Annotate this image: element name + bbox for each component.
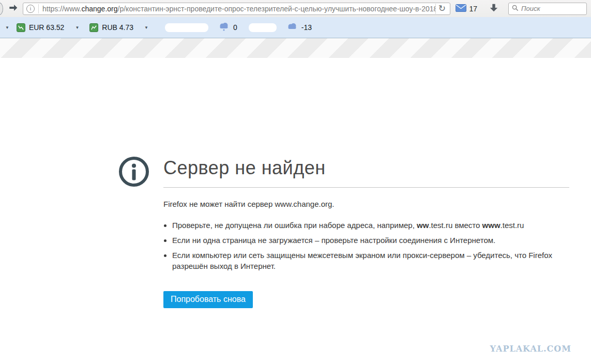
back-button[interactable] bbox=[0, 3, 3, 15]
rub-trend-up-icon bbox=[89, 23, 98, 32]
striped-banner bbox=[0, 38, 591, 58]
downloads-button[interactable] bbox=[487, 2, 501, 16]
search-input[interactable] bbox=[521, 5, 583, 12]
extension-toolbar: ▼ EUR 63.52 ▼ RUB 4.73 ▼ 0 bbox=[0, 17, 591, 38]
cloud-icon bbox=[286, 23, 298, 32]
suggestion-text-bold: ww bbox=[417, 221, 429, 230]
urlbar-divider bbox=[38, 4, 39, 13]
browser-nav-toolbar: i https://www.change.org/p/константин-эр… bbox=[0, 0, 591, 17]
currency-widget-rub[interactable]: RUB 4.73 ▼ bbox=[86, 23, 151, 32]
error-container: Сервер не найден Firefox не может найти … bbox=[163, 58, 569, 308]
weather-temp-value: 0 bbox=[233, 23, 237, 32]
try-again-button[interactable]: Попробовать снова bbox=[163, 291, 253, 308]
weather-widget-second[interactable]: -13 bbox=[249, 23, 312, 32]
eur-dropdown-caret-icon[interactable]: ▼ bbox=[75, 25, 79, 30]
url-domain: change.org bbox=[81, 5, 117, 13]
rain-cloud-icon bbox=[218, 22, 230, 33]
info-icon bbox=[118, 156, 149, 187]
eur-rate-label: EUR 63.52 bbox=[29, 23, 64, 32]
url-text: https://www.change.org/p/константин-эрнс… bbox=[42, 5, 435, 13]
forward-button[interactable] bbox=[6, 2, 20, 16]
suggestion-text-bold: www bbox=[482, 221, 501, 230]
suggestion-item: Если ни одна страница не загружается – п… bbox=[172, 235, 569, 246]
search-icon bbox=[512, 4, 519, 13]
error-page: Сервер не найден Firefox не может найти … bbox=[0, 58, 591, 364]
suggestion-item: Если компьютер или сеть защищены межсете… bbox=[172, 250, 569, 271]
error-suggestions-list: Проверьте, не допущена ли ошибка при наб… bbox=[163, 220, 569, 271]
url-path: /p/константин-эрнст-проведите-опрос-теле… bbox=[118, 5, 436, 13]
title-divider bbox=[163, 187, 569, 188]
rub-rate-label: RUB 4.73 bbox=[102, 23, 133, 32]
reload-icon: ↻ bbox=[438, 3, 446, 14]
reload-button[interactable]: ↻ bbox=[435, 4, 448, 14]
suggestion-item: Проверьте, не допущена ли ошибка при наб… bbox=[172, 220, 569, 231]
suggestion-text: Проверьте, не допущена ли ошибка при наб… bbox=[172, 221, 417, 230]
weather-widget-first[interactable]: 0 bbox=[165, 22, 237, 33]
search-box[interactable] bbox=[508, 3, 587, 15]
forward-arrow-icon bbox=[8, 3, 18, 15]
mail-unread-count: 17 bbox=[469, 5, 477, 13]
redacted-city-name bbox=[249, 23, 277, 32]
download-arrow-icon bbox=[489, 3, 498, 14]
suggestion-text: .test.ru bbox=[501, 221, 524, 230]
url-scheme: https://www. bbox=[42, 5, 81, 13]
currency-widget-eur[interactable]: EUR 63.52 ▼ bbox=[13, 23, 82, 32]
yaplakal-watermark: YAPLAKAL.COM bbox=[490, 344, 571, 354]
error-title: Сервер не найден bbox=[163, 157, 569, 179]
error-description: Firefox не может найти сервер www.change… bbox=[163, 200, 569, 208]
mail-extension-button[interactable]: 17 bbox=[453, 4, 479, 13]
url-bar[interactable]: i https://www.change.org/p/константин-эр… bbox=[23, 3, 450, 15]
mail-icon bbox=[456, 4, 466, 13]
weather-temp-value: -13 bbox=[301, 23, 312, 32]
site-identity-icon[interactable]: i bbox=[26, 5, 35, 13]
redacted-city-name bbox=[165, 23, 208, 32]
toolbar-dropdown-caret-icon[interactable]: ▼ bbox=[5, 25, 9, 30]
suggestion-text: .test.ru вместо bbox=[429, 221, 482, 230]
eur-trend-down-icon bbox=[17, 23, 25, 32]
rub-dropdown-caret-icon[interactable]: ▼ bbox=[144, 25, 148, 30]
